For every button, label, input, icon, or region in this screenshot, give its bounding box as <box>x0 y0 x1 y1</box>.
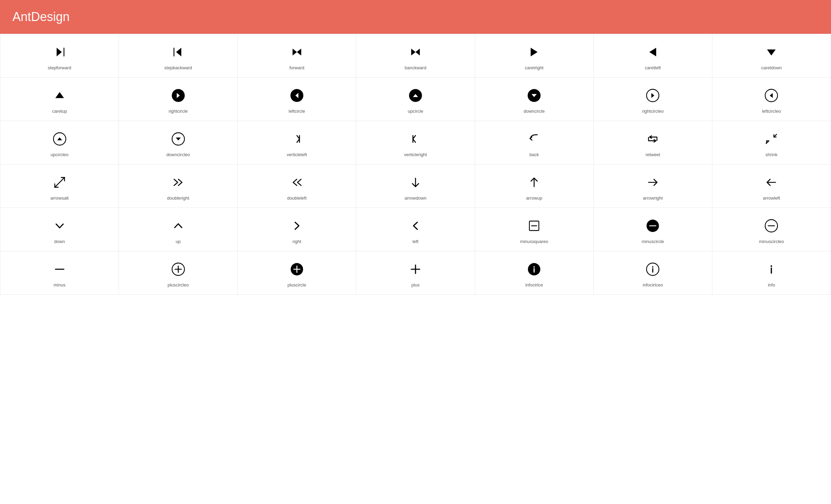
icon-verticleright[interactable]: verticleright <box>356 121 475 164</box>
icon-caretup[interactable]: caretup <box>0 78 119 121</box>
icon-minus[interactable]: minus <box>0 251 119 295</box>
icon-infocirlceo[interactable]: infocirlceo <box>594 251 712 295</box>
icon-banckward[interactable]: banckward <box>356 34 475 78</box>
icon-minuscircleo[interactable]: minuscircleo <box>712 208 831 251</box>
app-title: AntDesign <box>12 10 70 24</box>
icon-downcircle[interactable]: downcircle <box>475 78 594 121</box>
svg-point-16 <box>652 266 653 268</box>
icon-up[interactable]: up <box>119 208 238 251</box>
icon-back[interactable]: back <box>475 121 594 164</box>
app-header: AntDesign <box>0 0 831 34</box>
icon-rightcircle[interactable]: rightcircle <box>119 78 238 121</box>
icon-verticleleft[interactable]: verticleleft <box>238 121 356 164</box>
icon-leftcircleo[interactable]: leftcircleo <box>712 78 831 121</box>
icon-right[interactable]: right <box>238 208 356 251</box>
icon-caretdown[interactable]: caretdown <box>712 34 831 78</box>
icon-arrowdown[interactable]: arrowdown <box>356 164 475 208</box>
icon-plus[interactable]: plus <box>356 251 475 295</box>
icon-forward[interactable]: forward <box>238 34 356 78</box>
icon-arrowup[interactable]: arrowup <box>475 164 594 208</box>
icon-pluscircleo[interactable]: pluscircleo <box>119 251 238 295</box>
icon-minuscircle[interactable]: minuscircle <box>594 208 712 251</box>
icon-down[interactable]: down <box>0 208 119 251</box>
icon-retweet[interactable]: retweet <box>594 121 712 164</box>
svg-point-14 <box>533 266 535 268</box>
icon-upcircleo[interactable]: upcircleo <box>0 121 119 164</box>
icon-grid: stepforward stepbackward forward banckwa… <box>0 34 831 295</box>
svg-point-17 <box>771 265 772 267</box>
icon-arrowright[interactable]: arrowright <box>594 164 712 208</box>
icon-left[interactable]: left <box>356 208 475 251</box>
icon-arrowsalt[interactable]: arrowsalt <box>0 164 119 208</box>
icon-stepforward[interactable]: stepforward <box>0 34 119 78</box>
icon-caretleft[interactable]: caretleft <box>594 34 712 78</box>
icon-caretright[interactable]: caretright <box>475 34 594 78</box>
icon-downcircleo[interactable]: downcircleo <box>119 121 238 164</box>
icon-infocirlce[interactable]: infocirlce <box>475 251 594 295</box>
icon-doubleleft[interactable]: doubleleft <box>238 164 356 208</box>
icon-rightcircleo[interactable]: rightcircleo <box>594 78 712 121</box>
icon-leftcircle[interactable]: leftcircle <box>238 78 356 121</box>
icon-shrink[interactable]: shrink <box>712 121 831 164</box>
icon-doubleright[interactable]: doubleright <box>119 164 238 208</box>
icon-arrowleft[interactable]: arrowleft <box>712 164 831 208</box>
icon-stepbackward[interactable]: stepbackward <box>119 34 238 78</box>
icon-upcircle[interactable]: upcircle <box>356 78 475 121</box>
icon-info[interactable]: info <box>712 251 831 295</box>
icon-pluscircle[interactable]: pluscircle <box>238 251 356 295</box>
icon-minussquareo[interactable]: minussquareo <box>475 208 594 251</box>
